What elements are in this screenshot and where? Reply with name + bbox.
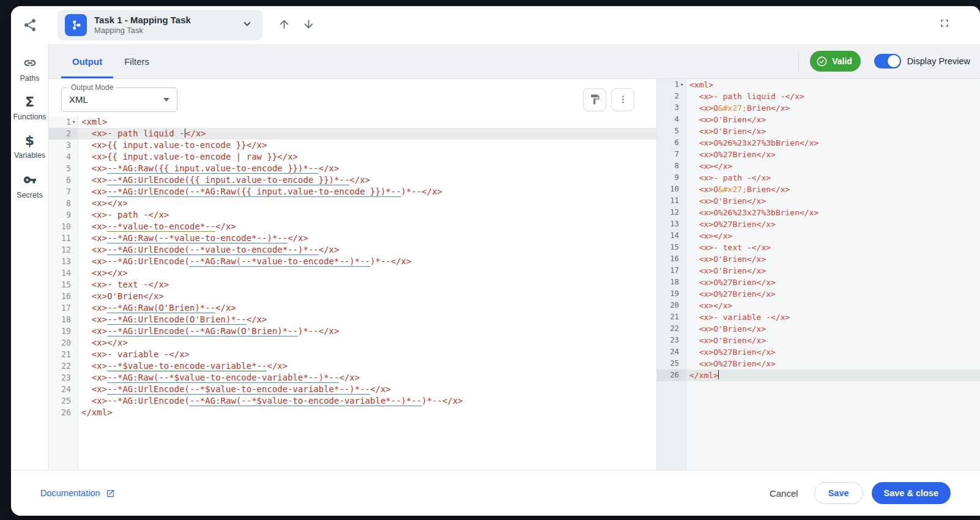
code-line-24[interactable]: 24 <x>O%27Brien</x> [657,346,980,358]
code-segment: </x> [319,245,340,254]
code-text: <x>--*$value-to-encode-variable*--</x> [81,361,288,371]
code-line-26[interactable]: 26</xml> [657,370,980,381]
code-line-6[interactable]: 6 <x>--*AG:UrlEncode({{ input.value-to-e… [49,174,656,186]
code-line-20[interactable]: 20 <x></x> [657,300,980,311]
code-line-18[interactable]: 18 <x>O%27Brien</x> [657,277,980,288]
code-line-16[interactable]: 16 <x>O'Brien</x> [657,253,980,265]
code-line-11[interactable]: 11 <x>--*AG:Raw(--*value-to-encode*--)*-… [49,232,656,244]
code-line-12[interactable]: 12 <x>O%26%23x27%3bBrien</x> [657,207,980,218]
code-line-15[interactable]: 15 <x>- text -</x> [49,279,656,291]
code-line-11[interactable]: 11 <x>O'Brien</x> [657,195,980,207]
code-line-14[interactable]: 14 <x></x> [49,267,656,279]
format-code-button[interactable] [583,88,606,111]
code-line-5[interactable]: 5 <x>--*AG:Raw({{ input.value-to-encode … [49,163,656,174]
code-line-16[interactable]: 16 <x>O'Brien</x> [49,291,656,302]
code-line-18[interactable]: 18 <x>--*AG:UrlEncode(O'Brien)*--</x> [49,314,656,325]
preview-code[interactable]: 1▾<xml>2 <x>- path liquid -</x>3 <x>O&#x… [657,79,980,470]
fold-arrow-icon[interactable]: ▾ [72,116,75,128]
documentation-link[interactable]: Documentation [40,488,115,498]
tab-output[interactable]: Output [61,44,113,78]
code-line-23[interactable]: 23 <x>--*AG:Raw(--*$value-to-encode-vari… [49,372,656,384]
code-line-12[interactable]: 12 <x>--*AG:UrlEncode(--*value-to-encode… [49,244,656,256]
code-line-24[interactable]: 24 <x>--*AG:UrlEncode(--*$value-to-encod… [49,384,656,395]
code-line-14[interactable]: 14 <x></x> [657,230,980,242]
code-line-3[interactable]: 3 <x>O&#x27;Brien</x> [657,102,980,114]
code-line-7[interactable]: 7 <x>O%27Brien</x> [657,149,980,160]
sidebar-item-functions[interactable]: Σ Functions [11,96,48,121]
code-text: <x>--*AG:Raw({{ input.value-to-encode }}… [81,163,339,174]
code-line-10[interactable]: 10 <x>O&#x27;Brien</x> [657,184,980,195]
task-subtitle: Mapping Task [94,26,240,35]
code-segment: </x> [267,361,288,371]
line-number: 9 [49,209,78,221]
code-text: <x>- variable -</x> [81,349,190,359]
code-text: <x>O'Brien</x> [689,324,766,333]
code-line-17[interactable]: 17 <x>--*AG:Raw(O'Brien)*--</x> [49,302,656,314]
code-line-8[interactable]: 8 <x></x> [657,160,980,172]
code-line-1[interactable]: 1▾<xml> [49,116,656,128]
task-selector-dropdown[interactable]: Task 1 - Mapping Task Mapping Task [58,10,262,40]
code-line-4[interactable]: 4 <x>{{ input.value-to-encode | raw }}</… [49,151,656,163]
code-text: <x>{{ input.value-to-encode }}</x> [81,140,267,150]
code-line-19[interactable]: 19 <x>--*AG:UrlEncode(--*AG:Raw(O'Brien)… [49,325,656,337]
code-line-2[interactable]: 2 <x>- path liquid -</x> [49,128,656,139]
code-line-15[interactable]: 15 <x>- text -</x> [657,242,980,253]
save-button[interactable]: Save [814,482,863,504]
line-number: 21 [657,311,686,323]
move-up-button[interactable] [276,17,292,33]
code-text: <x>- path liquid -</x> [81,128,206,138]
code-segment: <x>- path -</x> [689,173,771,182]
code-segment: <x></x> [689,231,732,240]
code-line-8[interactable]: 8 <x></x> [49,198,656,209]
output-editor-panel: Output Mode XML 1 [49,79,656,470]
code-line-2[interactable]: 2 <x>- path liquid -</x> [657,91,980,102]
code-segment: <x> [81,384,107,394]
kebab-menu-icon [617,94,629,105]
code-line-5[interactable]: 5 <x>O'Brien</x> [657,125,980,137]
code-segment: <x> [81,303,107,313]
share-icon[interactable] [11,18,49,32]
code-line-21[interactable]: 21 <x>- variable -</x> [657,311,980,323]
code-line-26[interactable]: 26</xml> [49,407,656,418]
code-line-9[interactable]: 9 <x>- path -</x> [49,209,656,221]
fullscreen-icon[interactable] [938,17,951,31]
code-editor[interactable]: 1▾<xml>2 <x>- path liquid -</x>3 <x>{{ i… [49,116,656,470]
code-line-17[interactable]: 17 <x>O'Brien</x> [657,265,980,277]
code-text: <x>O'Brien</x> [689,127,766,136]
code-line-20[interactable]: 20 <x></x> [49,337,656,349]
code-line-25[interactable]: 25 <x>--*AG:UrlEncode(--*AG:Raw(--*$valu… [49,395,656,407]
code-line-6[interactable]: 6 <x>O%26%23x27%3bBrien</x> [657,137,980,149]
code-segment: <x>- path liquid - [81,128,185,138]
save-and-close-button[interactable]: Save & close [872,482,951,504]
code-line-13[interactable]: 13 <x>O%27Brien</x> [657,218,980,230]
tab-filters[interactable]: Filters [113,44,160,78]
output-mode-select[interactable]: Output Mode XML [61,87,177,112]
code-segment: --*value-to-encode*-- [107,221,215,232]
code-line-4[interactable]: 4 <x>O'Brien</x> [657,114,980,125]
sidebar-item-paths[interactable]: Paths [11,56,48,83]
code-line-13[interactable]: 13 <x>--*AG:UrlEncode(--*AG:Raw(--*value… [49,256,656,267]
display-preview-toggle[interactable] [874,54,901,69]
code-line-22[interactable]: 22 <x>--*$value-to-encode-variable*--</x… [49,360,656,372]
code-line-9[interactable]: 9 <x>- path -</x> [657,172,980,184]
code-segment: --*AG:Raw(--*value-to-encode*--)*-- [190,256,370,267]
code-text: <x>--*AG:UrlEncode(--*$value-to-encode-v… [81,384,391,395]
code-line-3[interactable]: 3 <x>{{ input.value-to-encode }}</x> [49,139,656,151]
move-down-button[interactable] [300,17,316,33]
sidebar-item-variables[interactable]: $ Variables [11,135,48,160]
code-line-1[interactable]: 1▾<xml> [657,79,980,91]
code-line-21[interactable]: 21 <x>- variable -</x> [49,349,656,360]
tab-strip: Output Filters Valid Display Preview [49,44,980,79]
fold-arrow-icon[interactable]: ▾ [680,79,683,91]
sidebar-item-secrets[interactable]: Secrets [11,173,48,199]
code-text: </xml> [689,371,719,380]
code-line-22[interactable]: 22 <x>O'Brien</x> [657,323,980,335]
more-options-button[interactable] [611,88,634,111]
code-line-7[interactable]: 7 <x>--*AG:UrlEncode(--*AG:Raw({{ input.… [49,186,656,198]
code-line-19[interactable]: 19 <x>O%27Brien</x> [657,288,980,300]
code-line-10[interactable]: 10 <x>--*value-to-encode*--</x> [49,221,656,232]
code-segment: </x> [339,373,360,382]
code-line-25[interactable]: 25 <x>O%27Brien</x> [657,358,980,370]
code-line-23[interactable]: 23 <x>O'Brien</x> [657,335,980,346]
cancel-button[interactable]: Cancel [762,483,806,503]
